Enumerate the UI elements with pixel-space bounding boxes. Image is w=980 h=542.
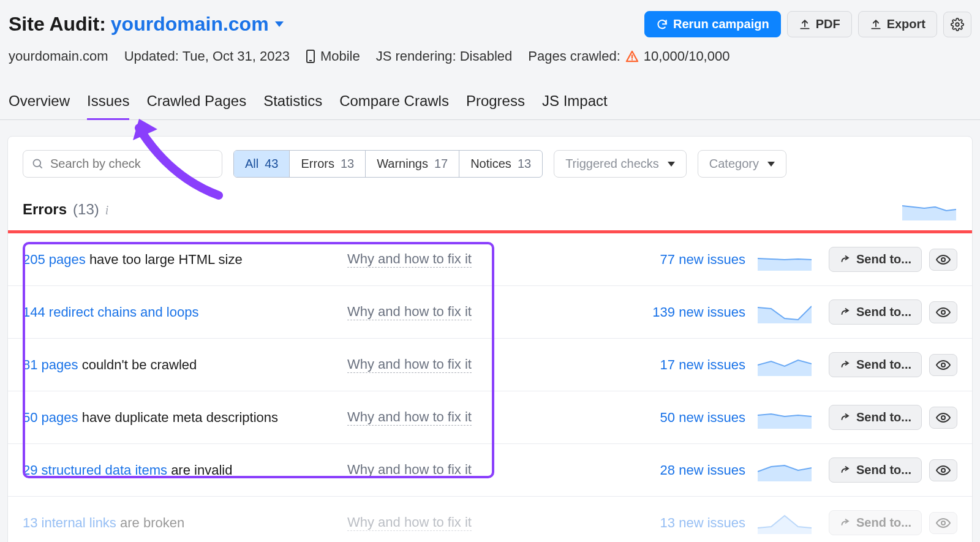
share-arrow-icon	[839, 412, 850, 423]
why-how-link[interactable]: Why and how to fix it	[347, 251, 472, 268]
issues-panel: All 43 Errors 13 Warnings 17 Notices 13 …	[7, 136, 973, 542]
settings-button[interactable]	[943, 12, 971, 37]
why-how-link[interactable]: Why and how to fix it	[347, 356, 472, 373]
refresh-icon	[656, 18, 668, 31]
issue-row: 144 redirect chains and loopsWhy and how…	[8, 286, 972, 339]
view-button[interactable]	[929, 354, 957, 376]
row-sparkline	[758, 459, 813, 481]
eye-icon	[936, 465, 951, 476]
new-issues-link[interactable]: 50 new issues	[605, 410, 758, 426]
share-arrow-icon	[839, 359, 850, 371]
new-issues-link[interactable]: 17 new issues	[605, 357, 758, 373]
domain-dropdown[interactable]: yourdomain.com	[111, 13, 284, 36]
view-button[interactable]	[929, 249, 957, 271]
title-prefix: Site Audit:	[9, 13, 106, 36]
tab-crawled-pages[interactable]: Crawled Pages	[146, 86, 246, 119]
gear-icon	[951, 18, 964, 31]
tab-progress[interactable]: Progress	[466, 86, 525, 119]
send-to-button[interactable]: Send to...	[829, 457, 922, 483]
issue-link[interactable]: 81 pages	[23, 357, 78, 372]
issue-text: 13 internal links are broken	[23, 515, 347, 531]
why-how-link[interactable]: Why and how to fix it	[347, 409, 472, 426]
issue-rest: have too large HTML size	[86, 252, 243, 267]
issue-row: 29 structured data items are invalidWhy …	[8, 444, 972, 497]
send-to-button[interactable]: Send to...	[829, 299, 922, 325]
svg-point-5	[34, 159, 41, 167]
new-issues-link[interactable]: 28 new issues	[605, 462, 758, 478]
tab-js-impact[interactable]: JS Impact	[542, 86, 608, 119]
section-header: Errors (13) i	[8, 194, 972, 230]
share-arrow-icon	[839, 254, 850, 265]
triggered-checks-label: Triggered checks	[565, 157, 659, 171]
filter-warnings[interactable]: Warnings 17	[366, 151, 459, 177]
meta-device-label: Mobile	[320, 48, 360, 64]
issue-text: 50 pages have duplicate meta description…	[23, 410, 347, 426]
issue-text: 81 pages couldn't be crawled	[23, 357, 347, 373]
new-issues-link[interactable]: 139 new issues	[605, 304, 758, 320]
category-dropdown[interactable]: Category	[698, 150, 786, 178]
search-input[interactable]	[50, 157, 213, 171]
pdf-button[interactable]: PDF	[787, 11, 852, 37]
issue-row: 13 internal links are brokenWhy and how …	[8, 497, 972, 542]
filter-segment-group: All 43 Errors 13 Warnings 17 Notices 13	[233, 150, 543, 178]
search-input-wrap[interactable]	[23, 150, 222, 178]
view-button[interactable]	[929, 301, 957, 323]
mobile-icon	[306, 50, 315, 63]
pdf-label: PDF	[816, 17, 840, 31]
filter-all[interactable]: All 43	[234, 151, 290, 177]
view-button[interactable]	[929, 407, 957, 429]
why-how-link[interactable]: Why and how to fix it	[347, 514, 472, 531]
svg-point-0	[956, 23, 959, 26]
send-to-button[interactable]: Send to...	[829, 247, 922, 272]
issue-rest: are broken	[116, 515, 184, 530]
section-count: (13)	[73, 201, 99, 218]
filter-all-label: All	[245, 157, 258, 171]
svg-point-10	[941, 416, 945, 420]
tabs: Overview Issues Crawled Pages Statistics…	[0, 86, 980, 120]
issue-link[interactable]: 205 pages	[23, 252, 86, 267]
issue-row: 81 pages couldn't be crawledWhy and how …	[8, 339, 972, 391]
new-issues-link[interactable]: 77 new issues	[605, 252, 758, 268]
export-button[interactable]: Export	[858, 11, 937, 37]
issue-rows: 205 pages have too large HTML sizeWhy an…	[8, 233, 972, 542]
issue-row: 205 pages have too large HTML sizeWhy an…	[8, 233, 972, 286]
view-button[interactable]	[929, 512, 957, 534]
send-to-button[interactable]: Send to...	[829, 405, 922, 430]
upload-icon	[799, 18, 811, 31]
tab-compare-crawls[interactable]: Compare Crawls	[339, 86, 449, 119]
issue-rest: have duplicate meta descriptions	[78, 410, 279, 425]
tab-statistics[interactable]: Statistics	[263, 86, 322, 119]
tab-overview[interactable]: Overview	[9, 86, 70, 119]
row-sparkline	[758, 512, 813, 534]
meta-updated: Updated: Tue, Oct 31, 2023	[124, 48, 290, 64]
meta-pages-crawled: Pages crawled: 10,000/10,000	[528, 48, 729, 64]
issue-link[interactable]: 144 redirect chains and loops	[23, 304, 198, 320]
share-arrow-icon	[839, 307, 850, 318]
view-button[interactable]	[929, 459, 957, 481]
tab-issues[interactable]: Issues	[87, 86, 129, 119]
svg-line-6	[40, 165, 42, 168]
section-title: Errors	[23, 201, 67, 218]
filter-warnings-label: Warnings	[377, 157, 428, 171]
issue-link[interactable]: 50 pages	[23, 410, 78, 425]
chevron-down-icon	[668, 162, 675, 167]
filter-notices[interactable]: Notices 13	[459, 151, 542, 177]
triggered-checks-dropdown[interactable]: Triggered checks	[554, 150, 687, 178]
issue-link[interactable]: 29 structured data items	[23, 462, 167, 478]
issue-row: 50 pages have duplicate meta description…	[8, 391, 972, 444]
meta-js-rendering: JS rendering: Disabled	[376, 48, 513, 64]
why-how-link[interactable]: Why and how to fix it	[347, 462, 472, 478]
why-how-link[interactable]: Why and how to fix it	[347, 304, 472, 320]
filter-errors-count: 13	[341, 157, 354, 171]
rerun-campaign-button[interactable]: Rerun campaign	[644, 11, 781, 37]
info-icon[interactable]: i	[105, 203, 109, 217]
send-to-button[interactable]: Send to...	[829, 352, 922, 377]
send-to-button[interactable]: Send to...	[829, 510, 922, 535]
issue-link[interactable]: 13 internal links	[23, 515, 116, 530]
new-issues-link[interactable]: 13 new issues	[605, 515, 758, 531]
pages-crawled-value: 10,000/10,000	[644, 48, 730, 64]
meta-domain: yourdomain.com	[9, 48, 108, 64]
svg-point-12	[941, 521, 945, 525]
pages-crawled-label: Pages crawled:	[528, 48, 620, 64]
filter-errors[interactable]: Errors 13	[290, 151, 366, 177]
